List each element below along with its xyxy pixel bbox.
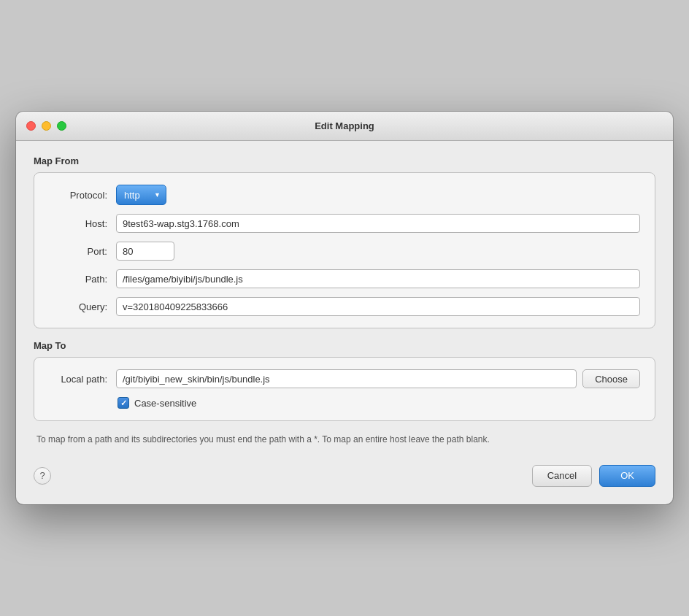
help-button[interactable]: ? bbox=[34, 467, 51, 485]
maximize-button[interactable] bbox=[57, 121, 66, 131]
checkmark-icon: ✓ bbox=[120, 399, 127, 407]
query-input[interactable] bbox=[116, 297, 640, 316]
port-input[interactable] bbox=[116, 242, 174, 261]
case-sensitive-checkbox[interactable]: ✓ bbox=[118, 397, 129, 409]
case-sensitive-row: ✓ Case-sensitive bbox=[49, 397, 640, 409]
map-from-label: Map From bbox=[34, 155, 655, 166]
map-from-section: Protocol: http https ftp Host: Port: bbox=[34, 172, 655, 328]
map-to-section: Local path: Choose ✓ Case-sensitive bbox=[34, 357, 655, 421]
case-sensitive-label[interactable]: ✓ Case-sensitive bbox=[118, 397, 196, 409]
edit-mapping-window: Edit Mapping Map From Protocol: http htt… bbox=[16, 112, 673, 504]
dialog-footer: ? Cancel OK bbox=[34, 462, 655, 487]
protocol-row: Protocol: http https ftp bbox=[49, 185, 640, 205]
footer-right: Cancel OK bbox=[532, 465, 655, 487]
cancel-button[interactable]: Cancel bbox=[532, 465, 592, 487]
info-text: To map from a path and its subdirectorie… bbox=[34, 433, 655, 447]
query-row: Query: bbox=[49, 297, 640, 316]
protocol-label: Protocol: bbox=[49, 190, 107, 201]
title-bar: Edit Mapping bbox=[16, 112, 673, 141]
protocol-wrapper: http https ftp bbox=[116, 185, 166, 205]
close-button[interactable] bbox=[26, 121, 36, 131]
path-label: Path: bbox=[49, 274, 107, 285]
case-sensitive-text: Case-sensitive bbox=[134, 398, 196, 409]
choose-button[interactable]: Choose bbox=[582, 369, 640, 388]
path-row: Path: bbox=[49, 269, 640, 288]
query-label: Query: bbox=[49, 301, 107, 312]
host-input[interactable] bbox=[116, 214, 640, 233]
local-path-row: Local path: Choose bbox=[49, 369, 640, 388]
minimize-button[interactable] bbox=[42, 121, 51, 131]
window-title: Edit Mapping bbox=[315, 120, 374, 131]
ok-button[interactable]: OK bbox=[599, 465, 655, 487]
local-path-input[interactable] bbox=[116, 369, 577, 388]
host-label: Host: bbox=[49, 218, 107, 229]
window-content: Map From Protocol: http https ftp Host: bbox=[16, 141, 673, 504]
local-path-label: Local path: bbox=[49, 374, 107, 385]
port-label: Port: bbox=[49, 246, 107, 257]
protocol-select[interactable]: http https ftp bbox=[116, 185, 166, 205]
window-controls bbox=[26, 121, 66, 131]
map-to-label: Map To bbox=[34, 340, 655, 351]
host-row: Host: bbox=[49, 214, 640, 233]
port-row: Port: bbox=[49, 242, 640, 261]
path-input[interactable] bbox=[116, 269, 640, 288]
